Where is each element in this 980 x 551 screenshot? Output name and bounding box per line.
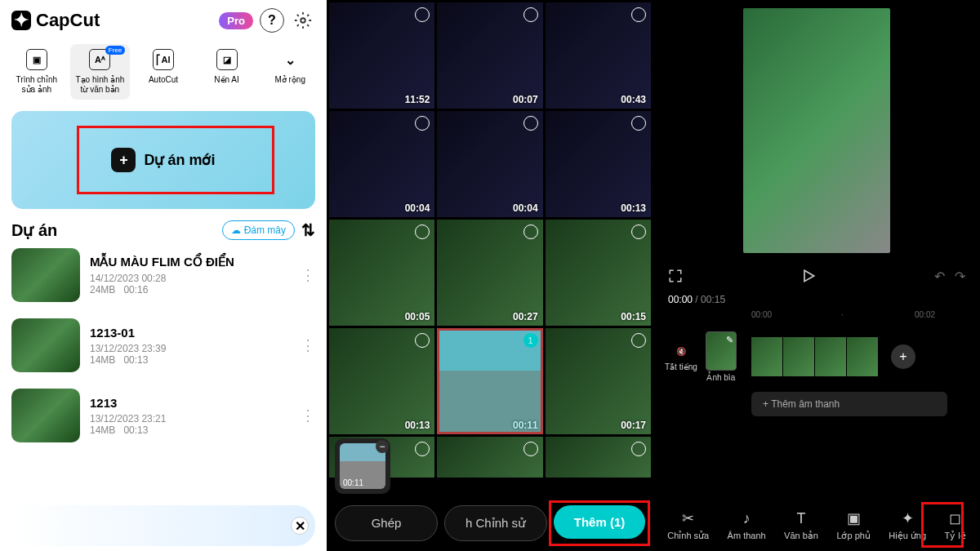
clip[interactable] — [847, 337, 878, 376]
more-icon[interactable]: ⋮ — [301, 407, 315, 424]
project-meta: 24MB 00:16 — [90, 284, 291, 295]
free-badge: Free — [105, 46, 125, 55]
tool-âm-thanh[interactable]: ♪Âm thanh — [723, 506, 771, 544]
tool-text-to-image[interactable]: FreeAᴬTạo hình ảnh từ văn bản — [70, 44, 131, 100]
new-project-label: Dự án mới — [144, 151, 215, 169]
selected-clip[interactable]: − 00:11 — [340, 443, 385, 489]
tool-label: Lớp phủ — [836, 531, 871, 541]
clip[interactable] — [815, 337, 846, 376]
project-list: MẪU MÀU FLIM CỔ ĐIỂN 14/12/2023 00:28 24… — [0, 240, 327, 451]
select-circle[interactable]: 1 — [523, 333, 538, 348]
bottom-banner[interactable]: ✕ — [11, 505, 315, 546]
tool-label: Tỷ lệ — [945, 531, 966, 541]
selection-tray: − 00:11 — [335, 438, 390, 494]
media-picker: 11:5200:0700:4300:0400:0400:1300:0500:27… — [327, 0, 653, 551]
duration-label: 11:52 — [405, 94, 430, 105]
tool-autocut[interactable]: ⎡AIAutoCut — [133, 44, 194, 100]
select-circle[interactable] — [631, 116, 646, 131]
select-circle[interactable] — [631, 7, 646, 22]
editor-toolbar: ✂Chỉnh sửa♪Âm thanhTVăn bản▣Lớp phủ✦Hiệu… — [653, 506, 980, 544]
pro-badge[interactable]: Pro — [219, 12, 253, 29]
project-thumb — [11, 389, 80, 442]
media-cell[interactable]: 00:13 — [546, 111, 651, 217]
duration-label: 00:27 — [513, 311, 538, 322]
close-icon[interactable]: ✕ — [291, 517, 309, 535]
add-audio-track[interactable]: + Thêm âm thanh — [751, 392, 947, 416]
add-button[interactable]: Thêm (1) — [554, 505, 645, 539]
tool-tỷ-lệ[interactable]: ◻Tỷ lệ — [940, 506, 971, 544]
tool-hiệu-ứng[interactable]: ✦Hiệu ứng — [884, 506, 931, 544]
cloud-button[interactable]: ☁ Đám mây — [222, 220, 295, 240]
tool-ai-bg[interactable]: ◪Nền AI — [197, 44, 257, 100]
project-date: 14/12/2023 00:28 — [90, 273, 291, 284]
tool-văn-bản[interactable]: TVăn bản — [779, 506, 823, 544]
redo-icon[interactable]: ↷ — [955, 269, 965, 284]
select-circle[interactable] — [631, 224, 646, 239]
play-icon[interactable] — [800, 268, 817, 284]
more-icon[interactable]: ⋮ — [301, 266, 315, 284]
select-circle[interactable] — [523, 442, 538, 456]
media-cell[interactable]: 00:05 — [329, 220, 434, 326]
clip-strip[interactable] — [751, 337, 878, 376]
project-item[interactable]: MẪU MÀU FLIM CỔ ĐIỂN 14/12/2023 00:28 24… — [0, 240, 327, 310]
tool-photo-editor[interactable]: ▣Trình chỉnh sửa ảnh — [7, 44, 67, 100]
project-item[interactable]: 1213-01 13/12/2023 23:39 14MB 00:13 ⋮ — [0, 310, 327, 380]
media-cell[interactable]: 00:27 — [437, 220, 542, 326]
project-item[interactable]: 1213 13/12/2023 23:21 14MB 00:13 ⋮ — [0, 380, 327, 451]
media-cell[interactable]: 00:17 — [546, 328, 651, 434]
tool-chỉnh-sửa[interactable]: ✂Chỉnh sửa — [662, 506, 714, 544]
media-cell[interactable] — [546, 437, 651, 478]
help-icon[interactable]: ? — [260, 8, 284, 33]
select-circle[interactable] — [415, 7, 430, 22]
cover-button[interactable]: ✎Ảnh bìa — [706, 331, 737, 382]
select-circle[interactable] — [523, 224, 538, 239]
mute-button[interactable]: 🔇Tắt tiếng — [665, 342, 697, 371]
svg-point-0 — [301, 18, 305, 23]
duration-label: 00:05 — [405, 311, 430, 322]
select-circle[interactable] — [415, 333, 430, 348]
merge-button[interactable]: Ghép — [335, 505, 438, 541]
player-controls: ↶ ↷ — [653, 261, 980, 291]
clip[interactable] — [751, 337, 782, 376]
undo-icon[interactable]: ↶ — [934, 269, 945, 284]
select-circle[interactable] — [523, 116, 538, 131]
select-circle[interactable] — [415, 224, 430, 239]
add-clip-icon[interactable]: + — [891, 344, 915, 369]
select-circle[interactable] — [523, 7, 538, 22]
fullscreen-icon[interactable] — [668, 269, 683, 283]
media-cell[interactable] — [437, 437, 542, 478]
duration-label: 00:43 — [621, 94, 646, 105]
media-cell[interactable]: 00:04 — [437, 111, 542, 217]
select-circle[interactable] — [631, 333, 646, 348]
duration-label: 00:13 — [405, 420, 430, 431]
settings-icon[interactable] — [291, 8, 315, 33]
tool-expand[interactable]: ⌄Mở rộng — [260, 44, 320, 100]
duration-label: 00:15 — [621, 311, 646, 322]
media-cell[interactable]: 00:43 — [546, 2, 651, 109]
media-cell[interactable]: 00:13 — [329, 328, 434, 434]
project-thumb — [11, 248, 80, 302]
sort-icon[interactable]: ⇅ — [301, 220, 315, 240]
media-cell[interactable]: 00:04 — [329, 111, 434, 217]
media-cell[interactable]: 100:11 — [437, 328, 542, 434]
media-cell[interactable]: 00:15 — [546, 220, 651, 326]
media-cell[interactable]: 11:52 — [329, 2, 434, 109]
project-title: 1213-01 — [90, 326, 291, 340]
duration-label: 00:13 — [621, 202, 646, 214]
preview-image[interactable] — [743, 8, 890, 253]
select-circle[interactable] — [415, 116, 430, 131]
edit-button[interactable]: h Chỉnh sử — [444, 505, 547, 541]
tool-icon: ◻ — [949, 509, 961, 527]
logo-icon: ✦ — [11, 11, 31, 30]
new-project-button[interactable]: + Dự án mới — [11, 111, 315, 209]
duration-label: 00:04 — [405, 202, 430, 214]
tool-lớp-phủ[interactable]: ▣Lớp phủ — [831, 506, 875, 544]
clip[interactable] — [783, 337, 814, 376]
select-circle[interactable] — [631, 442, 646, 456]
remove-icon[interactable]: − — [376, 440, 389, 453]
media-cell[interactable]: 00:07 — [437, 2, 542, 109]
timeline-ruler[interactable]: 00:00 · 00:02 — [653, 309, 980, 325]
select-circle[interactable] — [415, 442, 430, 456]
project-thumb — [11, 318, 80, 372]
more-icon[interactable]: ⋮ — [301, 336, 315, 354]
